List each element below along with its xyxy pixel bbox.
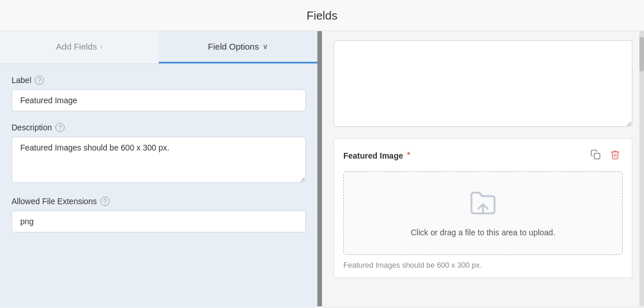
extensions-help-icon[interactable]: ? (100, 197, 110, 206)
tab-field-options-label: Field Options (208, 42, 259, 51)
description-field-label: Description ? (12, 123, 306, 132)
label-help-icon[interactable]: ? (35, 76, 44, 85)
tab-add-fields-label: Add Fields (56, 42, 97, 51)
field-card-title: Featured Image * (343, 151, 410, 161)
description-textarea[interactable]: Featured Images should be 600 x 300 px. (12, 137, 306, 183)
panel-divider[interactable] (317, 31, 322, 306)
featured-image-card: Featured Image * (334, 138, 632, 278)
scrollbar[interactable] (639, 31, 644, 306)
extensions-input[interactable] (12, 211, 306, 232)
copy-button[interactable] (588, 147, 603, 164)
svg-rect-0 (594, 153, 600, 159)
left-panel: Add Fields › Field Options ∨ Label ? (0, 31, 317, 306)
field-options-panel: Label ? Description ? Featured Images sh… (0, 64, 317, 306)
label-field-label: Label ? (12, 76, 306, 85)
field-card-header: Featured Image * (343, 147, 623, 164)
tabs-row: Add Fields › Field Options ∨ (0, 31, 317, 64)
description-help-icon[interactable]: ? (55, 123, 65, 132)
field-hint: Featured Images should be 600 x 300 px. (343, 261, 623, 269)
scrollbar-thumb[interactable] (639, 37, 644, 72)
delete-button[interactable] (608, 147, 623, 164)
tab-field-options[interactable]: Field Options ∨ (159, 31, 317, 63)
extensions-field-label: Allowed File Extensions ? (12, 197, 306, 206)
add-fields-arrow-icon: › (100, 43, 103, 51)
top-textarea[interactable] (334, 40, 632, 127)
tab-add-fields[interactable]: Add Fields › (0, 31, 159, 63)
required-star: * (407, 151, 410, 160)
field-card-actions (588, 147, 623, 164)
field-options-chevron-icon: ∨ (263, 42, 268, 51)
label-group: Label ? (12, 76, 306, 111)
extensions-group: Allowed File Extensions ? (12, 197, 306, 232)
upload-text: Click or drag a file to this area to upl… (355, 228, 611, 237)
upload-tray-icon (355, 189, 611, 222)
page-title: Fields (0, 9, 644, 22)
right-panel: Featured Image * (322, 31, 644, 306)
label-input[interactable] (12, 89, 306, 111)
upload-area[interactable]: Click or drag a file to this area to upl… (343, 171, 623, 255)
description-group: Description ? Featured Images should be … (12, 123, 306, 185)
